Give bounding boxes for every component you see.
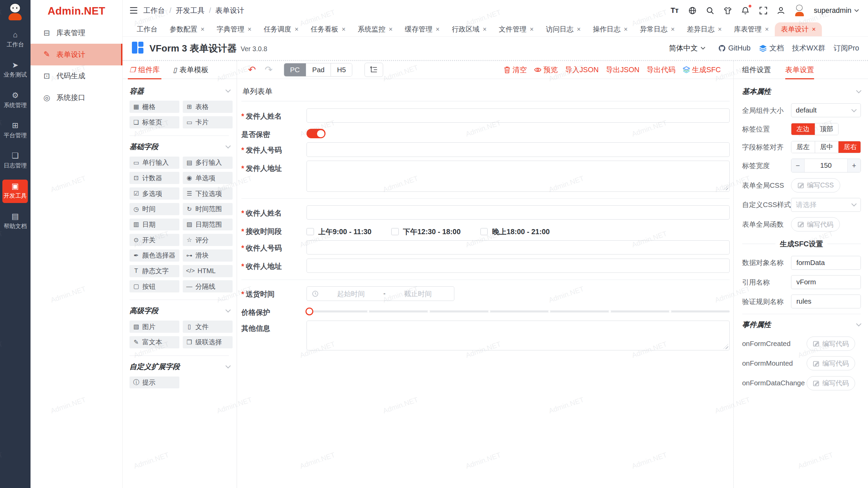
close-icon[interactable]: × [201,26,204,33]
rail-menu-item[interactable]: ⌂ 工作台 [2,28,28,52]
form-field-sender-phone[interactable]: *发件人号码 [241,142,730,157]
widget-item[interactable]: ◉ 单选项 [183,172,233,184]
form-field-secret[interactable]: 是否保密 [241,127,730,139]
docs-link[interactable]: 文档 [759,43,784,53]
page-tab[interactable]: 差异日志 × [681,22,728,36]
close-icon[interactable]: × [295,26,298,33]
page-tab[interactable]: 工作台 × [131,22,163,36]
language-icon[interactable] [688,6,697,15]
rail-menu-item[interactable]: ➤ 业务测试 [2,59,28,82]
widget-item[interactable]: ❏ 标签页 [130,116,179,128]
form-title[interactable]: 单列表单 [241,82,730,101]
page-tab[interactable]: 异常日志 × [634,22,681,36]
settings-tab[interactable]: 表单设置 [785,61,814,79]
widget-item[interactable]: — 分隔线 [183,280,233,292]
checkbox-option[interactable]: 下午12:30 - 18:00 [391,227,460,237]
page-tab[interactable]: 操作日志 × [587,22,634,36]
device-button[interactable]: H5 [331,63,352,76]
text-input[interactable] [307,205,729,220]
sidebar-menu-item[interactable]: ◎ 系统接口 [31,87,123,108]
redo-icon[interactable]: ↷ [265,65,273,75]
label-position-top[interactable]: 顶部 [815,123,839,135]
close-icon[interactable]: × [671,26,675,33]
close-icon[interactable]: × [812,26,816,33]
close-icon[interactable]: × [389,26,392,33]
checkbox-option[interactable]: 上午9:00 - 11:30 [307,227,371,237]
widget-item[interactable]: ◷ 时间 [130,203,179,215]
page-tab[interactable]: 系统监控 × [352,22,399,36]
notifications-icon[interactable] [741,6,750,15]
fullscreen-icon[interactable] [758,6,768,15]
search-icon[interactable] [705,6,715,15]
textarea-input[interactable] [307,161,729,191]
generate-sfc-button[interactable]: 生成SFC [683,65,721,75]
form-field-sender-address[interactable]: *发件人地址 [241,161,730,191]
widget-item[interactable]: ⊙ 开关 [130,234,179,246]
stepper-increase-button[interactable]: + [848,159,861,172]
page-tab[interactable]: 行政区域 × [446,22,493,36]
undo-icon[interactable]: ↶ [248,65,256,75]
form-field-price-protect[interactable]: 价格保护 [241,305,730,317]
profile-icon[interactable] [776,6,786,15]
widget-item[interactable]: ☆ 评分 [183,234,233,246]
slider-handle[interactable] [305,307,313,315]
widget-item[interactable]: ⊶ 滑块 [183,249,233,262]
widget-item[interactable]: ✒ 颜色选择器 [130,249,179,262]
close-icon[interactable]: × [342,26,346,33]
label-align-center[interactable]: 居中 [815,141,839,153]
widget-panel-tab[interactable]: ❒ 组件库 [130,61,160,79]
widget-item[interactable]: ▯ 文件 [183,321,233,333]
stepper-decrease-button[interactable]: − [791,159,804,172]
text-input[interactable] [307,142,729,157]
page-tab[interactable]: 任务调度 × [258,22,305,36]
widget-item[interactable]: ☑ 多选项 [130,187,179,200]
rules-name-input[interactable]: rules [791,294,861,308]
sidebar-menu-item[interactable]: ⊟ 库表管理 [31,22,123,44]
wx-group-link[interactable]: 技术WX群 [792,43,825,53]
font-size-icon[interactable]: Tт [670,6,679,15]
breadcrumb-item[interactable]: 表单设计 [215,6,244,15]
label-align-right[interactable]: 居右 [838,141,861,153]
form-field-receiver-address[interactable]: *收件人地址 [241,259,730,273]
widget-item[interactable]: ↻ 时间范围 [183,203,233,215]
preview-button[interactable]: 预览 [534,65,558,75]
switch-toggle-on[interactable] [307,129,326,138]
rail-menu-item[interactable]: ▤ 帮助文档 [2,210,28,233]
time-range-picker[interactable]: 起始时间 - 截止时间 [307,286,454,301]
device-button[interactable]: Pad [306,63,331,76]
theme-icon[interactable] [723,6,732,15]
user-menu[interactable]: superadmin [814,6,859,15]
form-field-receive-period[interactable]: *接收时间段 上午9:00 - 11:30 下午12:30 - 18:00 晚上… [241,224,730,237]
export-code-button[interactable]: 导出代码 [647,65,675,75]
export-json-button[interactable]: 导出JSON [606,65,639,75]
edit-css-button[interactable]: 编写CSS [791,178,840,192]
close-icon[interactable]: × [436,26,439,33]
widget-item[interactable]: ⊞ 表格 [183,101,233,113]
widget-item[interactable]: ▤ 多行输入 [183,157,233,169]
settings-tab[interactable]: 组件设置 [742,61,771,79]
widget-item[interactable]: ⓘ 提示 [130,377,179,389]
widget-section-header[interactable]: 自定义扩展字段 [130,362,230,371]
widget-item[interactable]: ☰ 下拉选项 [183,187,233,200]
text-input[interactable] [307,240,729,255]
form-field-receiver-phone[interactable]: *收件人号码 [241,240,730,255]
size-select[interactable]: default [791,103,861,117]
label-align-left[interactable]: 居左 [791,141,815,153]
page-tab[interactable]: 访问日志 × [540,22,587,36]
edit-onformdatachange-button[interactable]: 编写代码 [807,376,855,390]
widget-section-header[interactable]: 容器 [130,86,230,96]
form-field-delivery-time[interactable]: *送货时间 起始时间 - 截止时间 [241,286,730,301]
label-position-left[interactable]: 左边 [791,123,815,135]
widget-item[interactable]: ▭ 卡片 [183,116,233,128]
slider-track[interactable] [307,310,729,313]
sidebar-menu-item[interactable]: ✎ 表单设计 [31,44,123,65]
widget-panel-tab[interactable]: ▯ 表单模板 [173,61,209,79]
close-icon[interactable]: × [248,26,251,33]
widget-item[interactable]: ▨ 日期范围 [183,219,233,231]
sidebar-menu-item[interactable]: ⊡ 代码生成 [31,65,123,87]
collapse-menu-icon[interactable] [130,7,138,14]
close-icon[interactable]: × [718,26,722,33]
logo-avatar[interactable] [6,3,25,22]
subscribe-pro-link[interactable]: 订阅Pro [833,43,859,53]
close-icon[interactable]: × [577,26,580,33]
